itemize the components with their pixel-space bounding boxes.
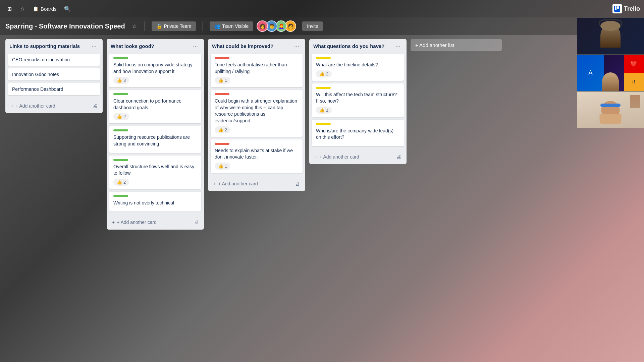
card-supporting-resource-label (113, 129, 128, 131)
card-could-begin-text: Could begin with a stronger explanation … (215, 98, 299, 124)
card-tech-team[interactable]: Will this affect the tech team structure… (312, 83, 404, 117)
boards-label: Boards (41, 6, 57, 12)
card-performance-dash[interactable]: Performance Dashboard (8, 83, 100, 95)
add-card-button-4[interactable]: + + Add another card 🖨 (312, 152, 404, 162)
invite-button[interactable]: Invite (302, 21, 323, 31)
card-supporting-resource[interactable]: Supporting resource publications are str… (109, 126, 201, 153)
add-list-button[interactable]: + Add another list (411, 39, 502, 51)
plus-icon-4: + (315, 154, 317, 160)
card-tone-label (215, 57, 229, 59)
trello-label: Trello (624, 5, 640, 12)
card-needs-explain-text: Needs to explain what's at stake if we d… (215, 147, 299, 161)
card-writing-not-technical[interactable]: Writing is not overly technical (109, 192, 201, 212)
card-tone[interactable]: Tone feels authoritative rather than upl… (211, 54, 303, 87)
list-3-header: What could be improved? ··· (208, 39, 305, 52)
header-separator-2 (203, 21, 203, 31)
card-clear-connection[interactable]: Clear connection to performance dashboar… (109, 90, 201, 123)
video-box-3[interactable] (577, 91, 644, 128)
list-1-footer: + + Add another card 🖨 (5, 99, 103, 113)
board-header: Sparring - Software Innovation Speed ☆ 🔒… (0, 17, 644, 35)
boards-button[interactable]: 📋 Boards (30, 5, 60, 13)
print-icon-3[interactable]: 🖨 (295, 181, 300, 186)
card-tech-team-footer: 👍 1 (316, 107, 400, 114)
board-content: Links to supporting materials ··· CEO re… (0, 35, 644, 362)
card-tech-team-text: Will this affect the tech team structure… (316, 92, 400, 105)
like-button-c9[interactable]: 👍 1 (215, 77, 230, 84)
print-icon-2[interactable]: 🖨 (194, 220, 199, 225)
list-4-menu-button[interactable]: ··· (393, 42, 402, 50)
card-could-begin[interactable]: Could begin with a stronger explanation … (211, 90, 303, 136)
people-icon: 👥 (214, 23, 220, 29)
card-needs-explain[interactable]: Needs to explain what's at stake if we d… (211, 139, 303, 173)
card-tech-team-label (316, 87, 331, 89)
like-count-c11: 1 (225, 164, 227, 169)
list-3-footer: + + Add another card 🖨 (208, 177, 305, 191)
card-needs-explain-footer: 👍 1 (215, 163, 299, 170)
list-2-cards: Solid focus on company-wide strategy and… (107, 52, 204, 216)
trello-icon (612, 4, 622, 13)
card-leads[interactable]: Who is/are the company-wide lead(s) on t… (312, 120, 404, 146)
like-button-c11[interactable]: 👍 1 (215, 163, 230, 170)
list-2-header: What looks good? ··· (107, 39, 204, 52)
video-box-1[interactable] (577, 17, 644, 54)
like-count-c9: 1 (225, 78, 227, 83)
list-4-footer: + + Add another card 🖨 (309, 150, 407, 164)
card-innovation-gdoc[interactable]: Innovation Gdoc notes (8, 68, 100, 80)
add-card-button-2[interactable]: + + Add another card 🖨 (109, 218, 201, 227)
list-2-footer: + + Add another card 🖨 (107, 216, 204, 230)
avatar-1[interactable]: 👩 (257, 20, 268, 32)
list-2-menu-button[interactable]: ··· (191, 42, 200, 50)
boards-icon: 📋 (33, 6, 39, 11)
card-solid-focus-label (113, 57, 128, 59)
home-icon[interactable]: ⌂ (17, 3, 28, 14)
like-button-c7[interactable]: 👍 2 (113, 179, 129, 186)
svg-rect-2 (617, 6, 619, 9)
card-overall-structure[interactable]: Overall structure flows well and is easy… (109, 156, 201, 189)
card-ceo[interactable]: CEO remarks on innovation (8, 54, 100, 66)
card-could-begin-label (215, 93, 229, 95)
card-solid-focus[interactable]: Solid focus on company-wide strategy and… (109, 54, 201, 87)
like-count-c12: 2 (326, 71, 328, 76)
add-card-label-4: + Add another card (319, 154, 359, 160)
board-title: Sparring - Software Innovation Speed (5, 22, 125, 30)
list-1-cards: CEO remarks on innovation Innovation Gdo… (5, 52, 103, 99)
list-3-menu-button[interactable]: ··· (292, 42, 301, 50)
search-button[interactable]: 🔍 (62, 3, 73, 14)
card-timeline[interactable]: What are the timeline details? 👍 2 (312, 54, 404, 81)
private-team-button[interactable]: 🔒 Private Team (152, 21, 196, 31)
like-count-c7: 2 (123, 180, 126, 185)
like-button-c12[interactable]: 👍 2 (316, 70, 332, 77)
star-button[interactable]: ☆ (130, 22, 138, 31)
team-visible-button[interactable]: 👥 Team Visible (210, 21, 253, 31)
card-overall-structure-text: Overall structure flows well and is easy… (113, 164, 197, 177)
grid-icon[interactable]: ⊞ (4, 3, 15, 14)
like-button-c5[interactable]: 👍 2 (113, 113, 129, 120)
print-icon-4[interactable]: 🖨 (396, 154, 401, 160)
add-card-label-2: + Add another card (117, 220, 157, 225)
add-card-button-3[interactable]: + + Add another card 🖨 (211, 179, 303, 188)
print-icon-1[interactable]: 🖨 (93, 103, 97, 109)
card-timeline-label (316, 57, 331, 59)
trello-logo: Trello (612, 4, 640, 13)
list-4-title: What questions do you have? (313, 43, 385, 49)
list-3-cards: Tone feels authoritative rather than upl… (208, 52, 305, 177)
private-team-label: Private Team (164, 23, 191, 29)
card-solid-focus-text: Solid focus on company-wide strategy and… (113, 62, 197, 75)
video-feed-3 (577, 92, 644, 128)
topbar: ⊞ ⌂ 📋 Boards 🔍 Trello (0, 0, 644, 17)
card-could-begin-footer: 👍 2 (215, 126, 299, 133)
card-overall-structure-footer: 👍 2 (113, 179, 197, 186)
list-improved: What could be improved? ··· Tone feels a… (208, 39, 305, 191)
card-timeline-footer: 👍 2 (316, 70, 400, 77)
like-button-c13[interactable]: 👍 1 (316, 107, 332, 114)
like-button-c4[interactable]: 👍 3 (113, 77, 129, 84)
list-1-menu-button[interactable]: ··· (90, 42, 99, 50)
card-supporting-resource-text: Supporting resource publications are str… (113, 134, 197, 147)
header-separator-1 (145, 21, 145, 31)
list-questions: What questions do you have? ··· What are… (309, 39, 407, 164)
video-box-2[interactable]: A ❤️ i! (577, 54, 644, 91)
card-leads-label (316, 123, 331, 125)
card-solid-focus-footer: 👍 3 (113, 77, 197, 84)
add-card-button-1[interactable]: + + Add another card 🖨 (8, 101, 100, 111)
like-button-c10[interactable]: 👍 2 (215, 126, 230, 133)
